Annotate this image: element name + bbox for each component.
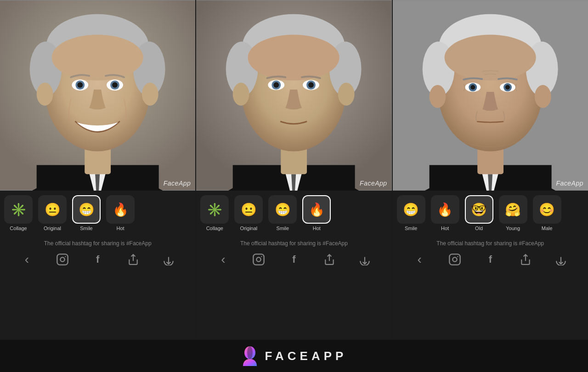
svg-point-41 (233, 83, 249, 106)
svg-point-39 (274, 82, 279, 88)
hashtag-2: The official hashtag for sharing is #Fac… (240, 240, 348, 247)
brand-logo-icon (241, 346, 259, 366)
watermark-1: FaceApp (164, 180, 191, 187)
filters-bar-2: ✳️ Collage 😐 Original 😁 Smile 🔥 Hot (196, 191, 391, 235)
facebook-button-1[interactable]: f (90, 251, 106, 268)
svg-point-45 (261, 256, 262, 257)
filter-icon-young-3: 🤗 (499, 195, 527, 224)
hashtag-1: The official hashtag for sharing is #Fac… (44, 240, 152, 247)
svg-point-21 (65, 256, 66, 257)
svg-rect-43 (253, 254, 264, 265)
share-button-3[interactable] (517, 251, 534, 268)
svg-point-17 (37, 83, 53, 106)
filter-label-old-3: Old (475, 225, 483, 231)
back-button-3[interactable]: ‹ (411, 251, 428, 268)
svg-rect-67 (450, 254, 460, 265)
download-button-1[interactable] (160, 251, 177, 268)
filter-icon-hot-1: 🔥 (106, 195, 135, 224)
facebook-button-2[interactable]: f (286, 251, 302, 268)
download-button-3[interactable] (553, 251, 569, 268)
filter-label-young-3: Young (506, 225, 520, 231)
svg-point-64 (505, 85, 510, 90)
svg-point-65 (429, 85, 446, 108)
watermark-3: FaceApp (556, 180, 583, 187)
filter-label-collage-2: Collage (206, 225, 223, 231)
filter-label-male-3: Male (542, 225, 553, 231)
svg-point-40 (308, 82, 314, 88)
filter-icon-original-2: 😐 (234, 195, 263, 224)
filter-smile-2[interactable]: 😁 Smile (267, 195, 298, 231)
filter-collage-1[interactable]: ✳️ Collage (3, 195, 34, 231)
filter-original-2[interactable]: 😐 Original (233, 195, 264, 231)
face-image-hot: FaceApp (196, 0, 391, 191)
instagram-button-1[interactable] (54, 251, 71, 268)
svg-point-16 (112, 82, 118, 88)
filter-smile-3[interactable]: 😁 Smile (396, 195, 427, 231)
filter-smile-1[interactable]: 😁 Smile (71, 195, 102, 231)
filter-icon-smile-2: 😁 (268, 195, 297, 224)
svg-point-58 (444, 35, 536, 81)
svg-rect-19 (57, 254, 68, 265)
back-button-1[interactable]: ‹ (19, 251, 35, 268)
share-section-2: The official hashtag for sharing is #Fac… (196, 235, 391, 340)
filter-label-hot-1: Hot (116, 225, 124, 231)
svg-point-68 (453, 257, 457, 261)
filter-male-3[interactable]: 😊 Male (531, 195, 563, 231)
filter-label-original-2: Original (240, 225, 257, 231)
filter-icon-collage-2: ✳️ (200, 195, 229, 224)
hashtag-3: The official hashtag for sharing is #Fac… (436, 240, 544, 247)
panel-old: FaceApp 😁 Smile 🔥 Hot 🤓 Old 🤗 Young 😊 Ma… (393, 0, 588, 340)
filter-icon-smile-1: 😁 (72, 195, 101, 224)
svg-point-20 (60, 257, 64, 261)
svg-point-63 (470, 85, 475, 90)
brand-bar: FACEAPP (0, 340, 588, 372)
filter-young-3[interactable]: 🤗 Young (498, 195, 529, 231)
filter-old-3[interactable]: 🤓 Old (464, 195, 495, 231)
filter-label-smile-2: Smile (277, 225, 289, 231)
filter-label-original-1: Original (44, 225, 61, 231)
filter-icon-hot-3: 🔥 (431, 195, 459, 224)
share-section-3: The official hashtag for sharing is #Fac… (393, 235, 588, 340)
filter-hot-3[interactable]: 🔥 Hot (430, 195, 461, 231)
panel-smile: FaceApp ✳️ Collage 😐 Original 😁 Smile 🔥 … (0, 0, 196, 340)
svg-point-44 (256, 257, 260, 261)
filter-label-hot-2: Hot (313, 225, 321, 231)
filters-bar-1: ✳️ Collage 😐 Original 😁 Smile 🔥 Hot (0, 191, 195, 235)
face-image-old: FaceApp (393, 0, 588, 191)
filter-hot-1[interactable]: 🔥 Hot (105, 195, 136, 231)
filter-collage-2[interactable]: ✳️ Collage (199, 195, 230, 231)
filter-original-1[interactable]: 😐 Original (37, 195, 68, 231)
filter-label-smile-3: Smile (405, 225, 418, 231)
watermark-2: FaceApp (360, 180, 387, 187)
filter-label-collage-1: Collage (10, 225, 27, 231)
svg-point-15 (77, 82, 83, 88)
filter-label-smile-1: Smile (80, 225, 93, 231)
share-button-1[interactable] (125, 251, 141, 268)
filter-icon-smile-3: 😁 (397, 195, 425, 224)
svg-point-18 (142, 83, 158, 106)
back-button-2[interactable]: ‹ (215, 251, 232, 268)
share-buttons-1: ‹ f (5, 251, 191, 268)
filter-hot-2[interactable]: 🔥 Hot (301, 195, 332, 231)
svg-point-34 (248, 35, 339, 81)
panel-hot: FaceApp ✳️ Collage 😐 Original 😁 Smile 🔥 … (196, 0, 392, 340)
instagram-button-3[interactable] (447, 251, 463, 268)
filter-icon-original-1: 😐 (38, 195, 67, 224)
filters-bar-3: 😁 Smile 🔥 Hot 🤓 Old 🤗 Young 😊 Male (393, 191, 588, 235)
filter-label-hot-3: Hot (441, 225, 449, 231)
filter-icon-hot-2: 🔥 (302, 195, 331, 224)
share-button-2[interactable] (321, 251, 338, 268)
share-buttons-2: ‹ f (201, 251, 387, 268)
svg-point-10 (52, 35, 143, 81)
instagram-button-2[interactable] (250, 251, 267, 268)
svg-point-66 (534, 85, 551, 108)
download-button-2[interactable] (356, 251, 373, 268)
panels-container: FaceApp ✳️ Collage 😐 Original 😁 Smile 🔥 … (0, 0, 588, 340)
facebook-button-3[interactable]: f (482, 251, 498, 268)
svg-point-69 (458, 256, 458, 257)
svg-point-73 (247, 346, 253, 359)
brand-name-text: FACEAPP (265, 349, 347, 363)
filter-icon-collage-1: ✳️ (4, 195, 33, 224)
filter-icon-old-3: 🤓 (465, 195, 493, 224)
svg-point-42 (338, 83, 355, 106)
